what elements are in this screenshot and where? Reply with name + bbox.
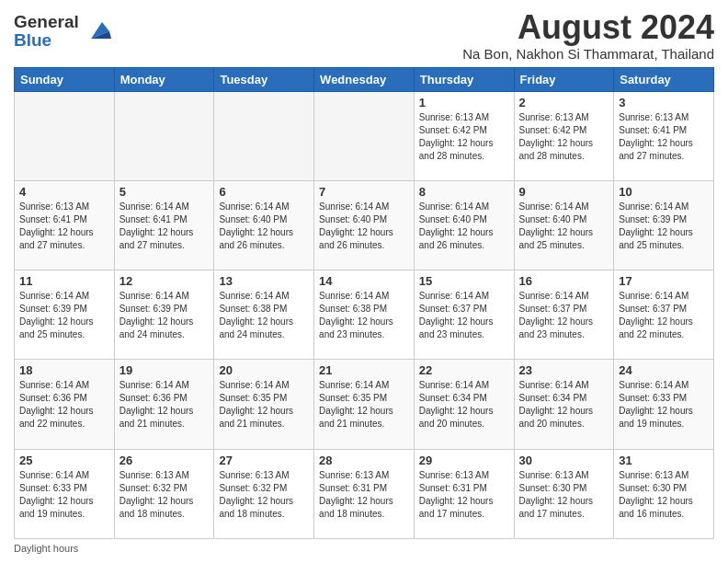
calendar-cell [15, 91, 115, 180]
day-number: 27 [219, 454, 309, 467]
day-info: Sunrise: 6:14 AM Sunset: 6:34 PM Dayligh… [419, 379, 509, 431]
calendar-cell: 29Sunrise: 6:13 AM Sunset: 6:31 PM Dayli… [414, 449, 514, 538]
week-row-5: 25Sunrise: 6:14 AM Sunset: 6:33 PM Dayli… [15, 449, 714, 538]
day-info: Sunrise: 6:14 AM Sunset: 6:37 PM Dayligh… [519, 290, 609, 341]
header-saturday: Saturday [614, 67, 714, 91]
day-number: 13 [219, 274, 309, 288]
day-info: Sunrise: 6:13 AM Sunset: 6:41 PM Dayligh… [19, 201, 109, 252]
month-title: August 2024 [462, 9, 714, 46]
day-number: 26 [119, 454, 210, 467]
day-number: 30 [519, 454, 609, 467]
calendar-cell: 27Sunrise: 6:13 AM Sunset: 6:32 PM Dayli… [214, 449, 314, 538]
day-number: 19 [119, 363, 210, 377]
header-wednesday: Wednesday [314, 67, 415, 91]
header: General Blue August 2024 Na Bon, Nakhon … [14, 9, 714, 62]
header-thursday: Thursday [414, 67, 514, 91]
calendar-cell: 18Sunrise: 6:14 AM Sunset: 6:36 PM Dayli… [15, 360, 115, 449]
day-number: 6 [219, 185, 309, 199]
day-info: Sunrise: 6:14 AM Sunset: 6:39 PM Dayligh… [619, 201, 709, 252]
page: General Blue August 2024 Na Bon, Nakhon … [0, 0, 728, 563]
day-number: 8 [419, 185, 509, 199]
calendar-cell: 23Sunrise: 6:14 AM Sunset: 6:34 PM Dayli… [514, 360, 614, 449]
calendar-cell [314, 91, 415, 180]
logo-blue: Blue [14, 30, 51, 50]
calendar-cell: 28Sunrise: 6:13 AM Sunset: 6:31 PM Dayli… [314, 449, 415, 538]
calendar-cell: 11Sunrise: 6:14 AM Sunset: 6:39 PM Dayli… [15, 270, 115, 360]
calendar-cell: 22Sunrise: 6:14 AM Sunset: 6:34 PM Dayli… [414, 360, 514, 449]
calendar-cell: 6Sunrise: 6:14 AM Sunset: 6:40 PM Daylig… [214, 180, 314, 270]
day-number: 14 [319, 274, 409, 288]
day-info: Sunrise: 6:14 AM Sunset: 6:36 PM Dayligh… [119, 379, 210, 431]
calendar-cell: 10Sunrise: 6:14 AM Sunset: 6:39 PM Dayli… [614, 180, 714, 270]
day-info: Sunrise: 6:14 AM Sunset: 6:38 PM Dayligh… [319, 290, 409, 341]
day-number: 5 [119, 185, 210, 199]
day-info: Sunrise: 6:14 AM Sunset: 6:40 PM Dayligh… [219, 201, 309, 252]
day-info: Sunrise: 6:14 AM Sunset: 6:33 PM Dayligh… [19, 469, 109, 521]
calendar-cell: 9Sunrise: 6:14 AM Sunset: 6:40 PM Daylig… [514, 180, 614, 270]
day-number: 16 [519, 274, 609, 288]
calendar-cell: 19Sunrise: 6:14 AM Sunset: 6:36 PM Dayli… [114, 360, 214, 449]
calendar-cell: 12Sunrise: 6:14 AM Sunset: 6:39 PM Dayli… [114, 270, 214, 360]
calendar-cell: 31Sunrise: 6:13 AM Sunset: 6:30 PM Dayli… [614, 449, 714, 538]
calendar-cell: 14Sunrise: 6:14 AM Sunset: 6:38 PM Dayli… [314, 270, 415, 360]
day-info: Sunrise: 6:13 AM Sunset: 6:31 PM Dayligh… [319, 469, 409, 521]
week-row-4: 18Sunrise: 6:14 AM Sunset: 6:36 PM Dayli… [15, 360, 714, 449]
week-row-3: 11Sunrise: 6:14 AM Sunset: 6:39 PM Dayli… [15, 270, 714, 360]
day-info: Sunrise: 6:14 AM Sunset: 6:33 PM Dayligh… [619, 379, 709, 431]
day-number: 1 [419, 96, 509, 109]
logo-icon [82, 13, 111, 42]
subtitle: Na Bon, Nakhon Si Thammarat, Thailand [462, 46, 714, 62]
calendar-cell: 15Sunrise: 6:14 AM Sunset: 6:37 PM Dayli… [414, 270, 514, 360]
calendar-cell: 17Sunrise: 6:14 AM Sunset: 6:37 PM Dayli… [614, 270, 714, 360]
header-sunday: Sunday [15, 67, 115, 91]
day-info: Sunrise: 6:14 AM Sunset: 6:39 PM Dayligh… [119, 290, 210, 341]
calendar-header-row: SundayMondayTuesdayWednesdayThursdayFrid… [15, 67, 714, 91]
day-info: Sunrise: 6:14 AM Sunset: 6:41 PM Dayligh… [119, 201, 210, 252]
calendar-cell: 21Sunrise: 6:14 AM Sunset: 6:35 PM Dayli… [314, 360, 415, 449]
header-monday: Monday [114, 67, 214, 91]
day-number: 2 [519, 96, 609, 109]
day-number: 17 [619, 274, 709, 288]
calendar-cell: 1Sunrise: 6:13 AM Sunset: 6:42 PM Daylig… [414, 91, 514, 180]
calendar-cell: 2Sunrise: 6:13 AM Sunset: 6:42 PM Daylig… [514, 91, 614, 180]
calendar-cell [114, 91, 214, 180]
day-info: Sunrise: 6:14 AM Sunset: 6:34 PM Dayligh… [519, 379, 609, 431]
calendar-cell: 26Sunrise: 6:13 AM Sunset: 6:32 PM Dayli… [114, 449, 214, 538]
week-row-2: 4Sunrise: 6:13 AM Sunset: 6:41 PM Daylig… [15, 180, 714, 270]
day-number: 7 [319, 185, 409, 199]
title-block: August 2024 Na Bon, Nakhon Si Thammarat,… [462, 9, 714, 62]
logo: General Blue [14, 13, 111, 50]
calendar-cell: 30Sunrise: 6:13 AM Sunset: 6:30 PM Dayli… [514, 449, 614, 538]
day-number: 4 [19, 185, 109, 199]
day-info: Sunrise: 6:13 AM Sunset: 6:30 PM Dayligh… [619, 469, 709, 521]
day-number: 20 [219, 363, 309, 377]
day-number: 9 [519, 185, 609, 199]
day-info: Sunrise: 6:13 AM Sunset: 6:31 PM Dayligh… [419, 469, 509, 521]
day-info: Sunrise: 6:14 AM Sunset: 6:40 PM Dayligh… [319, 201, 409, 252]
day-info: Sunrise: 6:13 AM Sunset: 6:42 PM Dayligh… [419, 111, 509, 163]
day-number: 12 [119, 274, 210, 288]
calendar-cell: 20Sunrise: 6:14 AM Sunset: 6:35 PM Dayli… [214, 360, 314, 449]
week-row-1: 1Sunrise: 6:13 AM Sunset: 6:42 PM Daylig… [15, 91, 714, 180]
day-info: Sunrise: 6:14 AM Sunset: 6:38 PM Dayligh… [219, 290, 309, 341]
calendar-cell: 3Sunrise: 6:13 AM Sunset: 6:41 PM Daylig… [614, 91, 714, 180]
day-number: 10 [619, 185, 709, 199]
header-tuesday: Tuesday [214, 67, 314, 91]
calendar-cell: 4Sunrise: 6:13 AM Sunset: 6:41 PM Daylig… [15, 180, 115, 270]
day-info: Sunrise: 6:14 AM Sunset: 6:37 PM Dayligh… [619, 290, 709, 341]
day-info: Sunrise: 6:13 AM Sunset: 6:41 PM Dayligh… [619, 111, 709, 163]
day-number: 23 [519, 363, 609, 377]
header-friday: Friday [514, 67, 614, 91]
day-info: Sunrise: 6:14 AM Sunset: 6:39 PM Dayligh… [19, 290, 109, 341]
day-number: 22 [419, 363, 509, 377]
day-info: Sunrise: 6:13 AM Sunset: 6:32 PM Dayligh… [219, 469, 309, 521]
day-number: 18 [19, 363, 109, 377]
day-number: 29 [419, 454, 509, 467]
day-number: 28 [319, 454, 409, 467]
calendar-cell: 8Sunrise: 6:14 AM Sunset: 6:40 PM Daylig… [414, 180, 514, 270]
day-info: Sunrise: 6:14 AM Sunset: 6:35 PM Dayligh… [219, 379, 309, 431]
calendar-cell: 13Sunrise: 6:14 AM Sunset: 6:38 PM Dayli… [214, 270, 314, 360]
day-info: Sunrise: 6:13 AM Sunset: 6:42 PM Dayligh… [519, 111, 609, 163]
calendar-cell: 25Sunrise: 6:14 AM Sunset: 6:33 PM Dayli… [15, 449, 115, 538]
footer-note: Daylight hours [14, 543, 714, 554]
